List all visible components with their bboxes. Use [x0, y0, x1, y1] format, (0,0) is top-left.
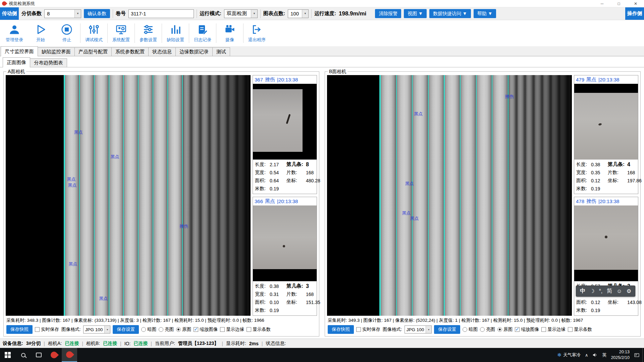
tab-product-model-config[interactable]: 产品型号配置: [74, 47, 112, 56]
image-format-select[interactable]: JPG 100 ▼: [405, 325, 432, 334]
input-language-indicator[interactable]: 英: [602, 352, 606, 358]
chevron-down-icon[interactable]: ▼: [74, 10, 81, 18]
log-record-button[interactable]: 日志记录: [190, 21, 216, 45]
dark-image-radio[interactable]: [463, 327, 467, 332]
stat-label: 面积:: [255, 299, 270, 305]
tab-system-parameter-config[interactable]: 系统参数配置: [111, 47, 149, 56]
debug-mode-button[interactable]: 调试模式: [81, 21, 107, 45]
tab-test[interactable]: 测试: [212, 47, 230, 56]
zoom-image-checkbox[interactable]: [515, 327, 520, 332]
search-icon: [21, 353, 25, 357]
confirm-count-button[interactable]: 确认条数: [84, 9, 110, 18]
defect-thumbnail: [574, 205, 638, 281]
defect-label: 黑点: [99, 296, 108, 302]
image-format-select[interactable]: JPG 100 ▼: [83, 325, 111, 334]
separator: |: [120, 341, 121, 346]
operate-side-button[interactable]: 操作侧: [625, 7, 644, 20]
ime-language-button[interactable]: 中: [580, 288, 585, 295]
search-button[interactable]: [15, 348, 31, 362]
show-strip-count-checkbox[interactable]: [568, 327, 573, 332]
stat-label: 坐标:: [608, 299, 627, 305]
camera-capture-button[interactable]: 摄像: [217, 21, 243, 45]
exit-program-button[interactable]: 退出程序: [244, 21, 270, 45]
save-snapshot-button[interactable]: 保存快照: [328, 325, 354, 334]
action-center-button[interactable]: [634, 352, 640, 358]
stat-label: 片数:: [608, 170, 627, 176]
defect-id: 366: [255, 198, 263, 204]
clear-alarm-button[interactable]: 清除报警: [375, 9, 401, 18]
chevron-down-icon[interactable]: ▼: [104, 326, 110, 333]
chevron-down-icon[interactable]: ▼: [426, 326, 431, 333]
tab-edge-data-record[interactable]: 边缘数据记录: [175, 47, 213, 56]
camera-a-status: 已连接: [65, 341, 79, 347]
save-settings-button[interactable]: 保存设置: [113, 325, 139, 334]
chart-points-select[interactable]: 100 ▼: [288, 9, 309, 18]
taskbar-clock[interactable]: 20:13 2025/2/10: [611, 349, 630, 361]
weather-widget[interactable]: ❄ 天气寒冷: [557, 352, 581, 358]
tab-defect-monitor[interactable]: 缺陷监控界面: [38, 47, 75, 56]
original-image-radio[interactable]: [497, 327, 502, 332]
admin-login-button[interactable]: 管理登录: [1, 21, 28, 45]
save-snapshot-button[interactable]: 保存快照: [6, 325, 33, 334]
slice-count-select[interactable]: 8 ▼: [44, 9, 81, 18]
maximize-button[interactable]: □: [610, 0, 627, 7]
show-desktop-button[interactable]: [642, 348, 644, 362]
tray-expand-button[interactable]: ∧: [585, 353, 588, 358]
parameter-settings-button[interactable]: 参数设置: [135, 21, 161, 45]
stat-value: 0.19: [270, 186, 286, 191]
close-button[interactable]: ✕: [627, 0, 644, 7]
stop-button[interactable]: 停止: [54, 21, 80, 45]
start-button[interactable]: 开始: [28, 21, 54, 45]
ime-emoji-button[interactable]: ☺: [616, 288, 622, 294]
start-button[interactable]: [0, 348, 15, 362]
subtab-front-image[interactable]: 正面图像: [3, 57, 30, 67]
minimize-button[interactable]: ─: [594, 0, 610, 7]
show-strip-count-label: 显示条数: [574, 326, 592, 333]
realtime-save-checkbox[interactable]: [35, 327, 40, 332]
ime-punctuation-button[interactable]: °,: [599, 288, 602, 294]
bright-image-radio[interactable]: [159, 327, 163, 332]
help-menu-button[interactable]: 帮助 ▼: [474, 9, 496, 18]
defect-card-header: 478 挫伤 |20:13:38: [574, 197, 638, 205]
volume-button[interactable]: [592, 352, 598, 358]
exit-icon: [251, 23, 263, 36]
tab-size-monitor[interactable]: 尺寸监控界面: [1, 46, 38, 56]
original-image-radio[interactable]: [176, 327, 181, 332]
show-edge-checkbox[interactable]: [541, 327, 546, 332]
zoom-image-checkbox[interactable]: [194, 327, 198, 332]
tab-status-info[interactable]: 状态信息: [148, 47, 176, 56]
save-settings-button[interactable]: 保存设置: [434, 325, 460, 334]
defect-stats: 长度: 0.38 第几条: 3 宽度: 0.31 片数: 168 面积: 0: [253, 281, 317, 315]
chevron-down-icon[interactable]: ▼: [302, 10, 308, 18]
defect-card-column: 479 黑点 |20:13:38 长度: 0: [574, 75, 638, 316]
main-tab-strip: 尺寸监控界面 缺陷监控界面 产品型号配置 系统参数配置 状态信息 边缘数据记录 …: [0, 46, 644, 56]
chevron-down-icon[interactable]: ▼: [251, 10, 257, 18]
subtab-trend-chart[interactable]: 分布趋势图表: [30, 58, 67, 67]
ime-settings-button[interactable]: ⚙: [627, 288, 631, 294]
view-menu-button[interactable]: 视图 ▼: [404, 9, 427, 18]
active-app-button[interactable]: [62, 348, 77, 362]
realtime-save-checkbox[interactable]: [356, 327, 361, 332]
app-status-bar: 设备信息: 3#分切 | 相机A: 已连接 | 相机B: 已连接 | IO: 已…: [0, 339, 644, 348]
pinned-app-button[interactable]: [46, 348, 62, 362]
weather-icon: ❄: [557, 352, 561, 358]
show-edge-checkbox[interactable]: [220, 327, 225, 332]
stat-value: 0.64: [270, 178, 286, 183]
defect-settings-button[interactable]: 缺陷设置: [162, 21, 189, 45]
strip-field-dim: [508, 75, 572, 316]
run-mode-select[interactable]: 双面检测 ▼: [224, 9, 258, 18]
task-view-button[interactable]: [31, 348, 46, 362]
bright-image-label: 亮图: [486, 326, 495, 333]
drive-side-button[interactable]: 传动侧: [0, 7, 19, 20]
ime-simplified-button[interactable]: 简: [607, 288, 612, 295]
stat-value: 2.17: [270, 162, 286, 167]
bright-image-radio[interactable]: [480, 327, 485, 332]
defect-label: 黑点: [110, 154, 119, 160]
ime-fullwidth-button[interactable]: ☽: [590, 288, 594, 294]
data-quick-access-button[interactable]: 数据快捷访问 ▼: [429, 9, 471, 18]
dark-image-radio[interactable]: [141, 327, 146, 332]
stat-value: 143.08: [627, 300, 642, 305]
roll-number-input[interactable]: [128, 9, 194, 18]
show-strip-count-checkbox[interactable]: [247, 327, 251, 332]
system-config-button[interactable]: 系统配置: [108, 21, 134, 45]
